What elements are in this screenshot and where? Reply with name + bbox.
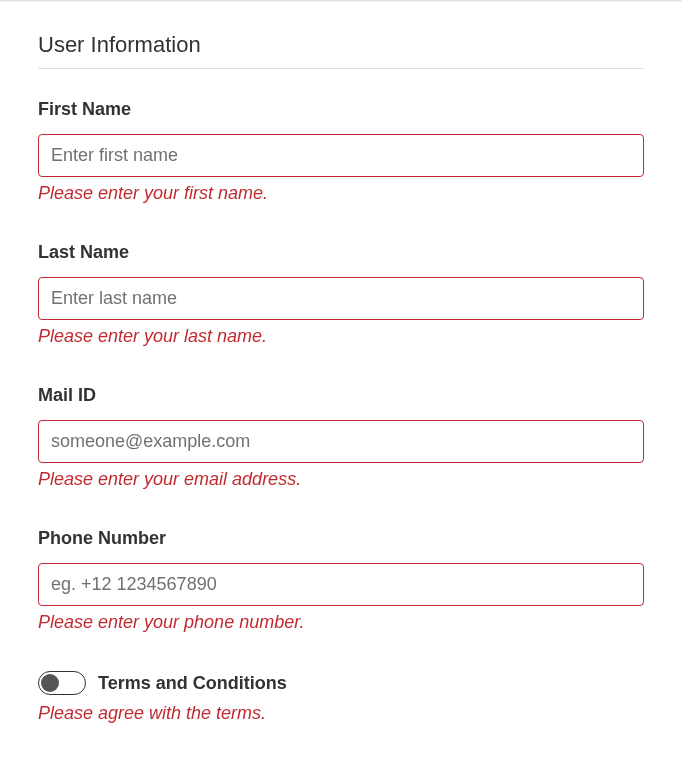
terms-toggle-row: Terms and Conditions [38,671,644,695]
terms-group: Terms and Conditions Please agree with t… [38,671,644,724]
phone-number-label: Phone Number [38,528,644,549]
last-name-error: Please enter your last name. [38,326,644,347]
phone-number-input[interactable] [38,563,644,606]
first-name-group: First Name Please enter your first name. [38,99,644,204]
last-name-input[interactable] [38,277,644,320]
section-title: User Information [38,32,644,69]
mail-id-input[interactable] [38,420,644,463]
mail-id-group: Mail ID Please enter your email address. [38,385,644,490]
terms-label: Terms and Conditions [98,673,287,694]
terms-toggle[interactable] [38,671,86,695]
last-name-label: Last Name [38,242,644,263]
terms-error: Please agree with the terms. [38,703,644,724]
phone-number-error: Please enter your phone number. [38,612,644,633]
first-name-error: Please enter your first name. [38,183,644,204]
phone-number-group: Phone Number Please enter your phone num… [38,528,644,633]
mail-id-label: Mail ID [38,385,644,406]
toggle-knob [41,674,59,692]
first-name-label: First Name [38,99,644,120]
form-container: User Information First Name Please enter… [0,2,682,724]
first-name-input[interactable] [38,134,644,177]
last-name-group: Last Name Please enter your last name. [38,242,644,347]
mail-id-error: Please enter your email address. [38,469,644,490]
